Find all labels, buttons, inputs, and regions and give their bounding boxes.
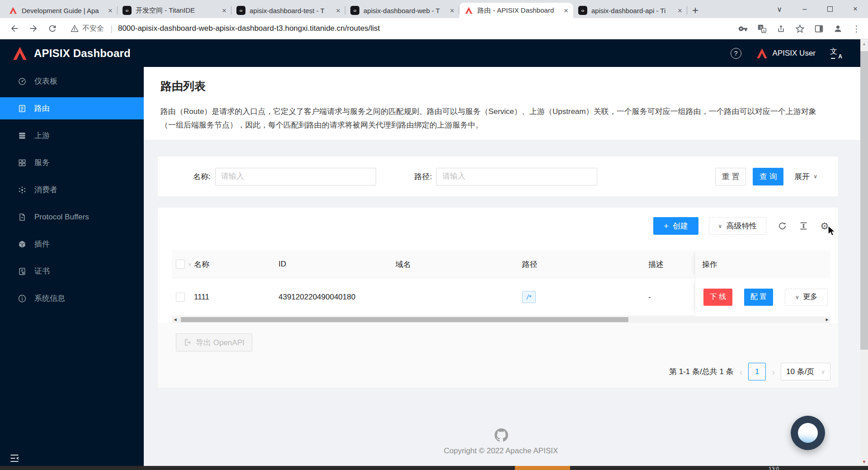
- back-icon[interactable]: [6, 20, 23, 37]
- browser-tab-dashboard-api[interactable]: ‹› apisix-dashboard-api - Ti ×: [573, 3, 687, 18]
- sidebar-item-plugins[interactable]: 插件: [0, 233, 144, 255]
- sidebar-item-label: 证书: [34, 266, 50, 276]
- sidebar-collapse-icon[interactable]: [9, 453, 20, 464]
- checkbox[interactable]: [176, 293, 185, 302]
- browser-tab-dev-guide[interactable]: Development Guide | Apa ×: [4, 3, 118, 18]
- create-label: 创建: [673, 221, 688, 231]
- translate-icon[interactable]: 文A: [757, 24, 767, 33]
- scrollbar-thumb[interactable]: [860, 51, 868, 350]
- scrollbar-thumb[interactable]: [181, 317, 628, 322]
- tab-close-icon[interactable]: ×: [678, 7, 682, 14]
- sidebar-item-label: 插件: [34, 239, 50, 249]
- forward-icon[interactable]: [25, 20, 42, 37]
- titanide-favicon: ‹›: [578, 6, 587, 15]
- share-icon[interactable]: [776, 24, 786, 33]
- certificates-icon: [18, 267, 27, 276]
- column-height-icon[interactable]: [798, 221, 809, 232]
- previous-page-icon[interactable]: ‹: [740, 367, 743, 376]
- bookmark-star-icon[interactable]: [795, 24, 805, 33]
- tab-title: Development Guide | Apa: [22, 7, 104, 14]
- tab-close-icon[interactable]: ×: [336, 7, 340, 14]
- sidebar-item-consumers[interactable]: 消费者: [0, 179, 144, 201]
- window-controls: ∨ – ×: [767, 0, 868, 18]
- tab-close-icon[interactable]: ×: [450, 7, 454, 14]
- main-content: 路由列表 路由（Route）是请求的入口点，它定义了客户端请求与服务之间的匹配规…: [144, 67, 868, 470]
- export-openapi-button[interactable]: 导出 OpenAPI: [176, 333, 252, 351]
- titanide-favicon: ‹›: [123, 6, 132, 15]
- tab-close-icon[interactable]: ×: [108, 7, 113, 14]
- lang-a-glyph: A: [838, 53, 842, 60]
- scroll-left-icon[interactable]: ◀: [172, 316, 179, 323]
- app-header: APISIX Dashboard ? APISIX User 文 A: [0, 39, 868, 67]
- path-input[interactable]: [436, 168, 597, 185]
- next-page-icon[interactable]: ›: [772, 367, 775, 376]
- table-footer-section: 导出 OpenAPI 第 1-1 条/总共 1 条 ‹ 1 › 10 条/页 ∨: [158, 323, 838, 388]
- floating-assistant-button[interactable]: [791, 416, 825, 450]
- description-line-1: 路由（Route）是请求的入口点，它定义了客户端请求与服务之间的匹配规则。路由可…: [160, 105, 816, 119]
- svg-text:A: A: [763, 28, 765, 33]
- scroll-right-icon[interactable]: ▶: [824, 316, 830, 323]
- page-size-select[interactable]: 10 条/页 ∨: [781, 363, 830, 380]
- tab-close-icon[interactable]: ×: [222, 7, 226, 14]
- taskbar-active-app-highlight[interactable]: [515, 466, 570, 470]
- page-header: 路由列表 路由（Route）是请求的入口点，它定义了客户端请求与服务之间的匹配规…: [144, 67, 868, 140]
- sidebar-item-label: Protocol Buffers: [34, 213, 89, 222]
- scroll-down-icon[interactable]: ▼: [860, 460, 868, 464]
- browser-vertical-scrollbar[interactable]: ▲ ▼: [860, 39, 868, 466]
- new-tab-button[interactable]: +: [687, 3, 703, 18]
- windows-taskbar-sliver: 13:0: [0, 466, 868, 470]
- github-icon[interactable]: [495, 428, 508, 442]
- sidebar-item-label: 消费者: [34, 185, 57, 195]
- configure-button[interactable]: 配 置: [744, 289, 773, 306]
- sidebar-item-routes[interactable]: 路由: [0, 97, 144, 119]
- selection-dropdown-icon[interactable]: ∨: [188, 250, 192, 278]
- offline-button[interactable]: 下 线: [703, 289, 732, 306]
- page-number-button[interactable]: 1: [748, 363, 766, 380]
- browser-tab-titanide-workspace[interactable]: ‹› 开发空间 - TitanIDE ×: [118, 3, 231, 18]
- password-key-icon[interactable]: [738, 24, 748, 33]
- sidebar-item-dashboard[interactable]: 仪表板: [0, 70, 144, 92]
- tab-close-icon[interactable]: ×: [564, 7, 568, 14]
- scroll-up-icon[interactable]: ▲: [860, 42, 868, 46]
- settings-gear-icon[interactable]: ⚙: [819, 221, 830, 232]
- row-checkbox[interactable]: [176, 278, 185, 316]
- window-minimize-button[interactable]: –: [792, 0, 817, 18]
- user-menu[interactable]: APISIX User: [756, 47, 816, 59]
- url-text[interactable]: 8000-apisix-dashboard-web-apisix-dashboa…: [118, 24, 736, 33]
- window-maximize-button[interactable]: [817, 0, 843, 18]
- profile-avatar-icon[interactable]: [833, 24, 843, 33]
- sidebar-item-upstream[interactable]: 上游: [0, 124, 144, 147]
- name-input[interactable]: [215, 168, 376, 185]
- column-header-description: 描述: [648, 250, 664, 278]
- reset-button[interactable]: 重 置: [715, 168, 746, 185]
- advanced-features-button[interactable]: ∨ 高级特性: [709, 217, 766, 235]
- security-indicator[interactable]: 不安全 |: [71, 24, 115, 33]
- sidebar-item-certificates[interactable]: 证书: [0, 260, 144, 282]
- page-size-value: 10 条/页: [786, 366, 814, 377]
- browser-menu-icon[interactable]: ⋮: [852, 24, 861, 34]
- help-icon[interactable]: ?: [731, 48, 741, 59]
- create-button[interactable]: + 创建: [653, 217, 698, 235]
- browser-address-bar: 不安全 | 8000-apisix-dashboard-web-apisix-d…: [0, 18, 868, 39]
- browser-tab-dashboard-web[interactable]: ‹› apisix-dashboard-web - T ×: [345, 3, 459, 18]
- checkbox[interactable]: [176, 260, 185, 269]
- services-icon: [18, 158, 27, 167]
- reload-icon[interactable]: [44, 20, 61, 37]
- sidebar-item-services[interactable]: 服务: [0, 152, 144, 174]
- sidebar-item-system-info[interactable]: 系统信息: [0, 287, 144, 309]
- language-switch-icon[interactable]: 文 A: [830, 47, 843, 59]
- table-horizontal-scrollbar[interactable]: ◀ ▶: [172, 316, 830, 323]
- tab-search-icon[interactable]: ∨: [767, 0, 792, 18]
- query-button[interactable]: 查 询: [753, 168, 783, 185]
- browser-tab-dashboard-test[interactable]: ‹› apisix-dashboard-test - T ×: [231, 3, 345, 18]
- more-button[interactable]: ∨ 更多: [785, 289, 828, 306]
- refresh-icon[interactable]: [777, 221, 788, 232]
- window-close-button[interactable]: ×: [843, 0, 868, 18]
- select-all-checkbox[interactable]: [176, 250, 185, 278]
- expand-toggle[interactable]: 展开 ∨: [794, 171, 817, 182]
- browser-tab-apisix-dashboard-active[interactable]: 路由 - APISIX Dashboard ×: [459, 3, 573, 18]
- description-line-2: （一组后端服务节点），因此，每个匹配到路由的请求将被网关代理到路由绑定的上游服务…: [160, 119, 816, 132]
- side-panel-icon[interactable]: [814, 24, 824, 33]
- tab-title: 开发空间 - TitanIDE: [136, 6, 218, 15]
- sidebar-item-protocol-buffers[interactable]: Protocol Buffers: [0, 206, 144, 228]
